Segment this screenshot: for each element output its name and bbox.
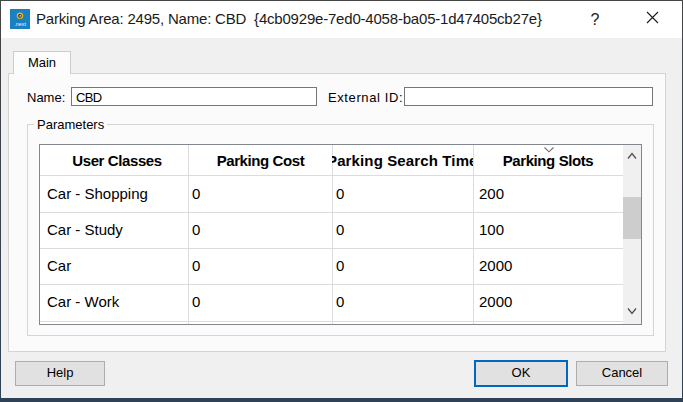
svg-text:.next: .next	[14, 21, 26, 27]
